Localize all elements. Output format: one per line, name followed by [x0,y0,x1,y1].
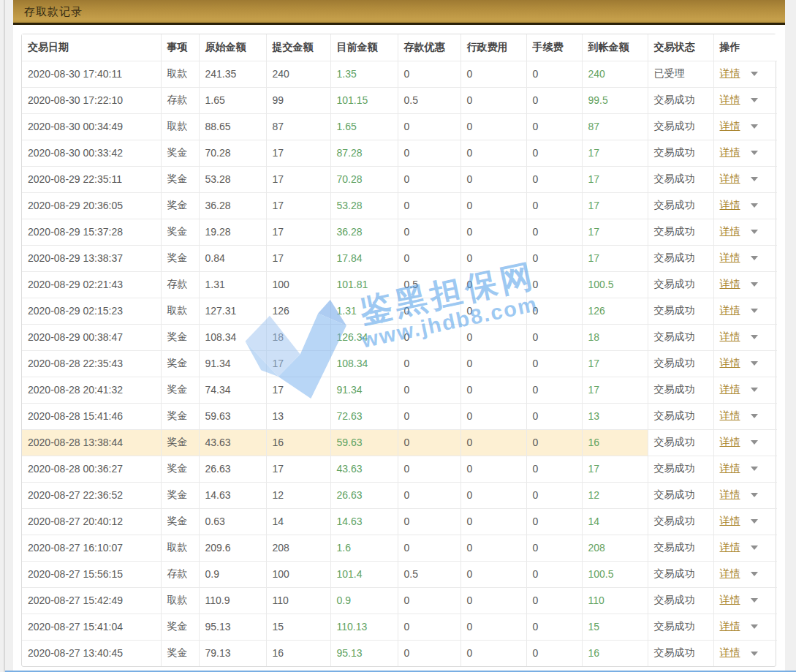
cell-status: 交易成功 [648,140,713,166]
dropdown-caret-icon[interactable] [751,545,758,550]
cell-admin: 0 [460,245,526,271]
cell-arrival: 99.5 [582,87,648,113]
detail-link[interactable]: 详情 [720,646,740,658]
cell-type: 奖金 [161,324,199,350]
cell-action: 详情 [713,61,777,87]
dropdown-caret-icon[interactable] [751,124,758,129]
cell-original: 0.84 [199,245,266,271]
table-row: 2020-08-29 15:37:28奖金19.281736.2800017交易… [22,219,777,245]
dropdown-caret-icon[interactable] [751,177,758,181]
dropdown-caret-icon[interactable] [751,493,758,497]
detail-link[interactable]: 详情 [720,94,740,105]
detail-link[interactable]: 详情 [720,462,740,474]
cell-submitted: 87 [266,113,330,140]
detail-link[interactable]: 详情 [720,199,740,211]
cell-status: 交易成功 [648,403,713,429]
cell-status: 交易成功 [648,245,713,271]
detail-link[interactable]: 详情 [720,409,740,421]
cell-submitted: 110 [266,587,330,614]
dropdown-caret-icon[interactable] [751,572,758,576]
records-table-container: 交易日期事项原始金额提交金额目前金额存款优惠行政费用手续费到帐金额交易状态操作 … [21,34,776,667]
dropdown-caret-icon[interactable] [751,652,758,656]
detail-link[interactable]: 详情 [720,488,740,500]
detail-link[interactable]: 详情 [720,278,740,290]
cell-current: 110.13 [330,614,398,640]
cell-submitted: 17 [266,192,330,219]
dropdown-caret-icon[interactable] [751,151,758,155]
cell-arrival: 17 [582,377,648,403]
cell-arrival: 100.5 [582,561,648,587]
dropdown-caret-icon[interactable] [751,440,758,445]
cell-type: 奖金 [161,192,199,219]
cell-date: 2020-08-29 22:35:11 [22,166,161,192]
dropdown-caret-icon[interactable] [751,335,758,339]
dropdown-caret-icon[interactable] [751,98,758,102]
detail-link[interactable]: 详情 [720,620,740,632]
dropdown-caret-icon[interactable] [751,598,758,603]
detail-link[interactable]: 详情 [720,436,740,448]
dropdown-caret-icon[interactable] [751,256,758,260]
cell-action: 详情 [713,298,777,324]
cell-admin: 0 [460,377,526,403]
cell-action: 详情 [713,614,777,640]
cell-submitted: 17 [266,456,330,482]
cell-type: 奖金 [161,140,199,166]
detail-link[interactable]: 详情 [720,383,740,395]
table-row: 2020-08-30 00:34:49取款88.65871.6500087交易成… [22,113,777,140]
detail-link[interactable]: 详情 [720,567,740,579]
cell-status: 交易成功 [648,587,713,614]
dropdown-caret-icon[interactable] [751,361,758,366]
detail-link[interactable]: 详情 [720,225,740,237]
table-row: 2020-08-30 17:22:10存款1.6599101.150.50099… [22,87,777,113]
detail-link[interactable]: 详情 [720,120,740,132]
detail-link[interactable]: 详情 [720,252,740,263]
cell-date: 2020-08-30 17:40:11 [22,61,161,87]
cell-bonus: 0 [398,140,460,166]
cell-bonus: 0.5 [398,87,460,113]
detail-link[interactable]: 详情 [720,146,740,158]
cell-action: 详情 [713,429,777,456]
cell-admin: 0 [460,61,526,87]
dropdown-caret-icon[interactable] [751,388,758,392]
table-row: 2020-08-27 20:40:12奖金0.631414.6300014交易成… [22,508,777,535]
detail-link[interactable]: 详情 [720,594,740,605]
cell-fee: 0 [526,298,582,324]
cell-date: 2020-08-29 00:38:47 [22,324,161,350]
detail-link[interactable]: 详情 [720,331,740,342]
table-row: 2020-08-29 20:36:05奖金36.281753.2800017交易… [22,192,777,219]
dropdown-caret-icon[interactable] [751,203,758,208]
cell-current: 1.6 [330,535,398,561]
cell-action: 详情 [713,324,777,350]
cell-date: 2020-08-27 15:42:49 [22,587,161,614]
detail-link[interactable]: 详情 [720,304,740,316]
table-row: 2020-08-28 00:36:27奖金26.631743.6300017交易… [22,456,777,482]
dropdown-caret-icon[interactable] [751,72,758,76]
dropdown-caret-icon[interactable] [751,230,758,234]
cell-fee: 0 [526,350,582,377]
cell-admin: 0 [460,298,526,324]
cell-type: 奖金 [161,508,199,535]
dropdown-caret-icon[interactable] [751,282,758,287]
cell-fee: 0 [526,535,582,561]
detail-link[interactable]: 详情 [720,357,740,369]
detail-link[interactable]: 详情 [720,67,740,79]
table-row: 2020-08-29 22:35:11奖金53.281770.2800017交易… [22,166,777,192]
cell-action: 详情 [713,456,777,482]
cell-type: 取款 [161,61,199,87]
detail-link[interactable]: 详情 [720,173,740,184]
detail-link[interactable]: 详情 [720,541,740,553]
cell-admin: 0 [460,508,526,535]
cell-original: 19.28 [199,219,266,245]
dropdown-caret-icon[interactable] [751,624,758,629]
dropdown-caret-icon[interactable] [751,519,758,524]
cell-fee: 0 [526,192,582,219]
cell-admin: 0 [460,456,526,482]
cell-fee: 0 [526,508,582,535]
column-header-arrival: 到帐金额 [582,34,648,61]
dropdown-caret-icon[interactable] [751,467,758,471]
dropdown-caret-icon[interactable] [751,414,758,418]
cell-bonus: 0 [398,350,460,377]
dropdown-caret-icon[interactable] [751,309,758,313]
detail-link[interactable]: 详情 [720,515,740,526]
cell-admin: 0 [460,113,526,140]
